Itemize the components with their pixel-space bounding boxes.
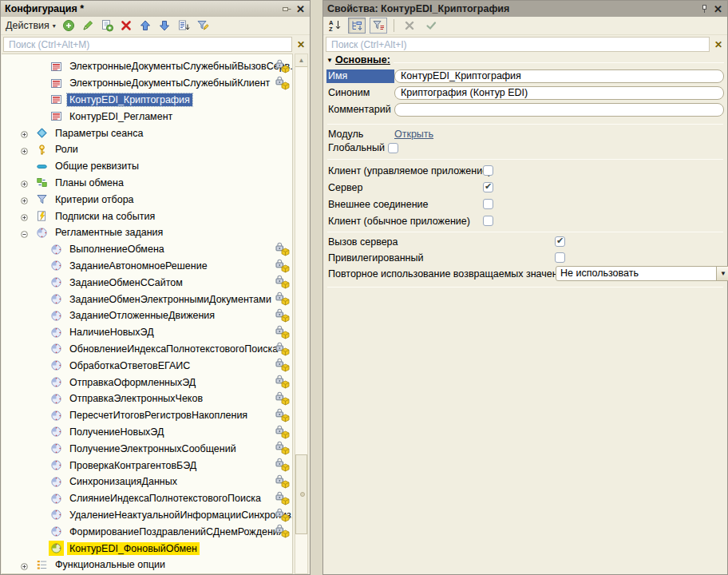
tree-item[interactable]: ЗаданиеОтложенныеДвижения bbox=[2, 307, 292, 324]
reuse-dropdown[interactable]: Не использовать ▼ bbox=[556, 266, 728, 281]
tree-item[interactable]: ВыполнениеОбмена bbox=[2, 241, 292, 258]
scheduled-job-icon bbox=[51, 443, 61, 454]
delete-button[interactable] bbox=[119, 18, 134, 34]
tree-item[interactable]: ОтправкаОформленныхЭД bbox=[2, 374, 292, 391]
tree-item[interactable]: Планы обмена bbox=[2, 175, 292, 192]
tree-item[interactable]: КонтурEDI_Регламент bbox=[2, 108, 292, 125]
actions-menu-button[interactable]: Действия ▾ bbox=[4, 20, 57, 31]
synonym-field[interactable] bbox=[394, 86, 724, 100]
comment-field[interactable] bbox=[394, 103, 724, 117]
expand-icon[interactable] bbox=[21, 196, 28, 203]
expand-icon[interactable] bbox=[21, 129, 28, 137]
properties-search-input[interactable] bbox=[330, 38, 706, 51]
tree-item[interactable]: ПолучениеНовыхЭД bbox=[2, 424, 292, 441]
synonym-label[interactable]: Синоним bbox=[326, 87, 394, 98]
tree-item-label: ОтправкаОформленныхЭД bbox=[67, 376, 198, 389]
tree-item[interactable]: ОбновлениеИндексаПолнотекстовогоПоиска bbox=[2, 341, 292, 358]
global-checkbox[interactable] bbox=[388, 143, 398, 153]
expand-icon[interactable] bbox=[21, 179, 28, 186]
move-up-button[interactable] bbox=[138, 18, 153, 34]
tree-item[interactable]: Роли bbox=[2, 141, 292, 158]
locked-object-badges bbox=[275, 474, 293, 490]
scroll-up-icon[interactable]: ▲ bbox=[295, 54, 307, 67]
name-label[interactable]: Имя bbox=[326, 69, 394, 83]
close-icon[interactable]: ✕ bbox=[294, 2, 307, 15]
filter-setup-button[interactable] bbox=[196, 18, 211, 34]
unpin-icon[interactable] bbox=[280, 2, 294, 15]
edit-button[interactable] bbox=[81, 18, 96, 34]
tree-item[interactable]: ФормированиеПоздравленийСДнемРождения bbox=[2, 523, 292, 540]
close-icon[interactable]: ✕ bbox=[711, 2, 725, 15]
tree-item[interactable]: Функциональные опции bbox=[2, 557, 292, 573]
reuse-label: Повторное использование возвращаемых зна… bbox=[326, 268, 552, 280]
tree-item-label: СинхронизацияДанных bbox=[67, 475, 180, 488]
show-categories-button[interactable] bbox=[348, 18, 366, 34]
client-managed-checkbox[interactable] bbox=[483, 165, 493, 176]
tree-scrollbar[interactable]: ▲ bbox=[295, 54, 308, 574]
tree-item[interactable]: Подписки на события bbox=[2, 208, 292, 224]
tree-item[interactable]: Общие реквизиты bbox=[2, 158, 292, 175]
tree-item[interactable]: Регламентные задания bbox=[2, 224, 292, 241]
expand-icon[interactable] bbox=[21, 212, 28, 220]
tree-item[interactable]: ЗаданиеОбменЭлектроннымиДокументами bbox=[2, 291, 292, 307]
panel-splitter[interactable] bbox=[311, 0, 322, 575]
delete-icon bbox=[120, 19, 133, 32]
scrollbar-thumb[interactable] bbox=[295, 454, 307, 534]
expander-spacer bbox=[35, 462, 42, 469]
move-down-button[interactable] bbox=[157, 18, 172, 34]
apply-button[interactable] bbox=[422, 18, 440, 34]
search-input[interactable] bbox=[7, 38, 288, 51]
common-module-icon bbox=[51, 61, 61, 72]
tree-item[interactable]: ЗаданиеАвтономноеРешение bbox=[2, 258, 292, 275]
tree-item[interactable]: (...)Параметры функциональных опций bbox=[2, 573, 292, 574]
expander-spacer bbox=[35, 478, 42, 486]
tree-item[interactable]: КонтурEDI_ФоновыйОбмен bbox=[2, 540, 292, 557]
open-module-link[interactable]: Открыть bbox=[394, 129, 433, 140]
clear-search-icon[interactable]: ✕ bbox=[295, 39, 307, 50]
copy-add-button[interactable] bbox=[100, 18, 115, 34]
name-field[interactable] bbox=[394, 69, 724, 83]
external-connection-checkbox[interactable] bbox=[483, 199, 493, 209]
locked-object-badges bbox=[275, 308, 293, 323]
expander-spacer bbox=[35, 495, 42, 502]
filter-properties-button[interactable] bbox=[370, 18, 387, 34]
tree-item[interactable]: НаличиеНовыхЭД bbox=[2, 324, 292, 341]
tree-item[interactable]: ПолучениеЭлектронныхСообщений bbox=[2, 440, 292, 457]
tree-item[interactable]: ПересчетИтоговРегистровНакопления bbox=[2, 407, 292, 424]
privileged-checkbox[interactable] bbox=[555, 252, 565, 263]
tree-item-label: Общие реквизиты bbox=[53, 160, 141, 172]
expand-icon[interactable] bbox=[21, 561, 28, 569]
tree-item[interactable]: СлияниеИндексаПолнотекстовогоПоиска bbox=[2, 490, 292, 507]
tree-item[interactable]: СинхронизацияДанных bbox=[2, 474, 292, 490]
chevron-down-icon[interactable]: ▼ bbox=[716, 267, 728, 280]
tree-item[interactable]: ЭлектронныеДокументыСлужебныйВызовСерв..… bbox=[2, 58, 292, 75]
tree-item[interactable]: ЭлектронныеДокументыСлужебныйКлиент bbox=[2, 75, 292, 92]
common-module-icon bbox=[51, 94, 61, 105]
section-main[interactable]: ▼ Основные: bbox=[326, 54, 724, 65]
tree-item[interactable]: КонтурEDI_Криптография bbox=[2, 92, 292, 109]
name-row: Имя bbox=[326, 69, 724, 83]
scheduled-job-icon bbox=[51, 343, 61, 354]
collapse-icon[interactable] bbox=[21, 229, 28, 236]
tree-item[interactable]: ОбработкаОтветовЕГАИС bbox=[2, 357, 292, 374]
discard-button[interactable] bbox=[401, 18, 418, 34]
tree-item[interactable]: Критерии отбора bbox=[2, 191, 292, 208]
sort-alphabetical-button[interactable]: AZ bbox=[326, 18, 344, 34]
pin-icon[interactable] bbox=[698, 2, 711, 15]
privileged-row: Привилегированный bbox=[326, 251, 724, 265]
reorder-list-button[interactable] bbox=[176, 18, 192, 34]
scheduled-job-icon bbox=[51, 426, 61, 437]
server-call-checkbox[interactable] bbox=[555, 236, 565, 247]
comment-label[interactable]: Комментарий bbox=[326, 104, 394, 115]
tree-item[interactable]: ПроверкаКонтрагентовБЭД bbox=[2, 457, 292, 474]
tree-item[interactable]: ОтправкаЭлектронныхЧеков bbox=[2, 391, 292, 407]
server-checkbox[interactable] bbox=[483, 182, 493, 192]
tree-item[interactable]: ЗаданиеОбменССайтом bbox=[2, 274, 292, 291]
add-button[interactable] bbox=[61, 18, 77, 34]
expand-icon[interactable] bbox=[21, 146, 28, 153]
client-ordinary-checkbox[interactable] bbox=[483, 216, 493, 226]
configuration-search-row: ✕ bbox=[1, 35, 310, 54]
tree-item[interactable]: Параметры сеанса bbox=[2, 125, 292, 141]
tree-item[interactable]: УдалениеНеактуальнойИнформацииСинхрониз.… bbox=[2, 507, 292, 524]
clear-search-icon[interactable]: ✕ bbox=[712, 39, 725, 50]
